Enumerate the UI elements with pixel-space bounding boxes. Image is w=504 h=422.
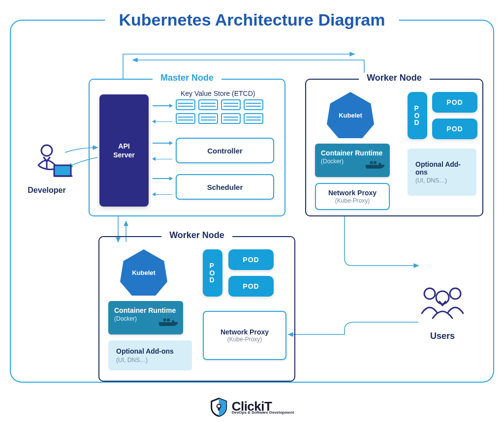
svg-rect-16 — [218, 407, 220, 411]
etcd-cell-icon — [244, 113, 263, 124]
clickit-logo: ClickiT DevOps & Software Development — [206, 397, 298, 417]
etcd-cell-icon — [221, 113, 241, 124]
pod-label: POD — [243, 282, 259, 290]
docker-icon — [364, 159, 387, 174]
api-server: API Server — [99, 94, 149, 207]
optional-addons-sub: (UI, DNS…) — [116, 357, 148, 363]
network-proxy-title: Network Proxy — [210, 328, 280, 336]
scheduler-label: Scheduler — [207, 183, 243, 191]
worker-node-1: Worker Node Kubelet Container Runtime (D… — [305, 79, 483, 216]
bi-arrow-icon — [153, 143, 172, 159]
developer-label: Developer — [15, 186, 79, 195]
kubelet-heptagon: Kubelet — [327, 92, 374, 138]
docker-icon — [158, 317, 180, 332]
svg-rect-9 — [167, 319, 170, 322]
diagram-title-wrap: Kubernetes Architecture Diagram — [105, 10, 399, 30]
network-proxy-title: Network Proxy — [322, 189, 383, 197]
master-node-label: Master Node — [153, 73, 221, 83]
pod-vertical: POD — [408, 92, 427, 139]
container-runtime-box: Container Runtime (Docker) — [108, 301, 183, 334]
users: Users — [410, 283, 474, 341]
diagram-title: Kubernetes Architecture Diagram — [119, 10, 385, 30]
kubelet-label: Kubelet — [132, 269, 156, 276]
developer-icon — [20, 143, 74, 182]
etcd-cell-icon — [176, 113, 195, 124]
optional-addons-box: Optional Add-ons (UI, DNS…) — [108, 340, 192, 370]
svg-rect-4 — [374, 161, 377, 164]
container-runtime-sub: (Docker) — [114, 315, 137, 322]
pod-box: POD — [432, 119, 477, 139]
users-label: Users — [410, 331, 474, 341]
etcd-store — [176, 99, 263, 124]
pod-label: POD — [446, 125, 463, 133]
svg-rect-8 — [163, 319, 166, 322]
shield-icon — [210, 397, 228, 417]
master-node: Master Node API Server Key Value Store (… — [89, 79, 285, 216]
svg-point-12 — [424, 288, 435, 299]
etcd-cell-icon — [176, 99, 195, 110]
pod-box: POD — [432, 92, 477, 113]
pod-box: POD — [228, 276, 274, 297]
api-server-label: API Server — [113, 142, 135, 159]
svg-rect-3 — [370, 161, 373, 164]
network-proxy-box: Network Proxy (Kube-Proxy) — [203, 311, 286, 360]
pod-box: POD — [228, 249, 274, 270]
users-icon — [413, 283, 472, 327]
kubelet-label: Kubelet — [339, 112, 362, 119]
worker-node-label: Worker Node — [359, 73, 430, 83]
optional-addons-box: Optional Add-ons (UI, DNS…) — [408, 149, 476, 196]
etcd-cell-icon — [198, 99, 218, 110]
kubelet-heptagon: Kubelet — [120, 249, 167, 296]
svg-rect-11 — [54, 165, 71, 176]
controller-box: Controller — [176, 138, 274, 163]
etcd-cell-icon — [221, 99, 241, 110]
network-proxy-box: Network Proxy (Kube-Proxy) — [315, 183, 390, 210]
bi-arrow-icon — [153, 178, 172, 195]
logo-tagline: DevOps & Software Development — [232, 411, 294, 415]
etcd-cell-icon — [198, 113, 218, 124]
worker-node-label: Worker Node — [161, 230, 232, 241]
scheduler-box: Scheduler — [176, 174, 274, 200]
network-proxy-sub: (Kube-Proxy) — [210, 336, 280, 343]
svg-point-13 — [450, 288, 461, 299]
pod-label: POD — [446, 98, 463, 106]
optional-addons-title: Optional Add-ons — [415, 160, 469, 176]
etcd-cell-icon — [244, 99, 263, 110]
etcd-label: Key Value Store (ETCD) — [181, 90, 255, 97]
optional-addons-sub: (UI, DNS…) — [415, 177, 469, 184]
svg-point-10 — [41, 145, 52, 156]
pod-vertical: POD — [203, 249, 222, 297]
network-proxy-sub: (Kube-Proxy) — [335, 197, 370, 204]
container-runtime-box: Container Runtime (Docker) — [315, 144, 390, 177]
container-runtime-sub: (Docker) — [321, 158, 344, 165]
container-runtime-title: Container Runtime — [321, 149, 384, 157]
optional-addons-title: Optional Add-ons — [116, 347, 184, 355]
container-runtime-title: Container Runtime — [114, 306, 177, 315]
developer: Developer — [15, 143, 79, 195]
svg-point-14 — [436, 291, 449, 304]
bi-arrow-icon — [153, 105, 172, 122]
controller-label: Controller — [207, 147, 243, 155]
worker-node-2: Worker Node Kubelet Container Runtime (D… — [98, 236, 295, 382]
pod-label: POD — [243, 256, 259, 264]
